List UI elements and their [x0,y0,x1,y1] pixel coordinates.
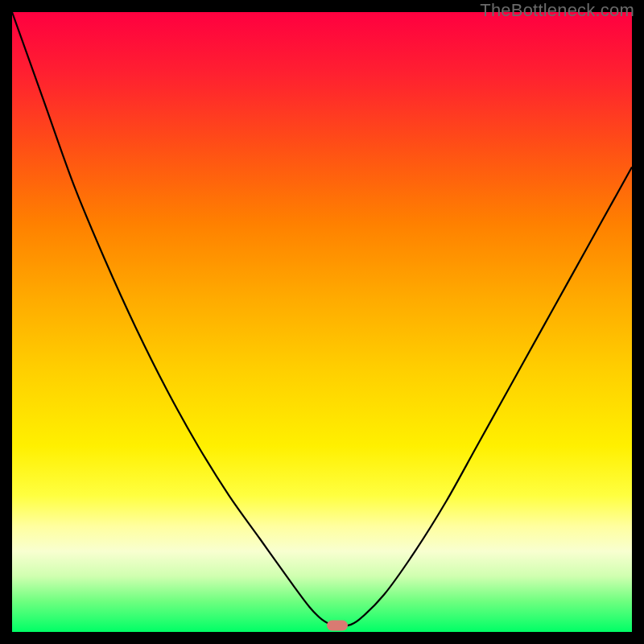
optimal-marker [327,621,348,631]
watermark-text: TheBottleneck.com [480,0,634,21]
bottleneck-curve [12,12,632,626]
plot-area [12,12,632,632]
curve-layer [12,12,632,632]
chart-stage: TheBottleneck.com [0,0,644,644]
